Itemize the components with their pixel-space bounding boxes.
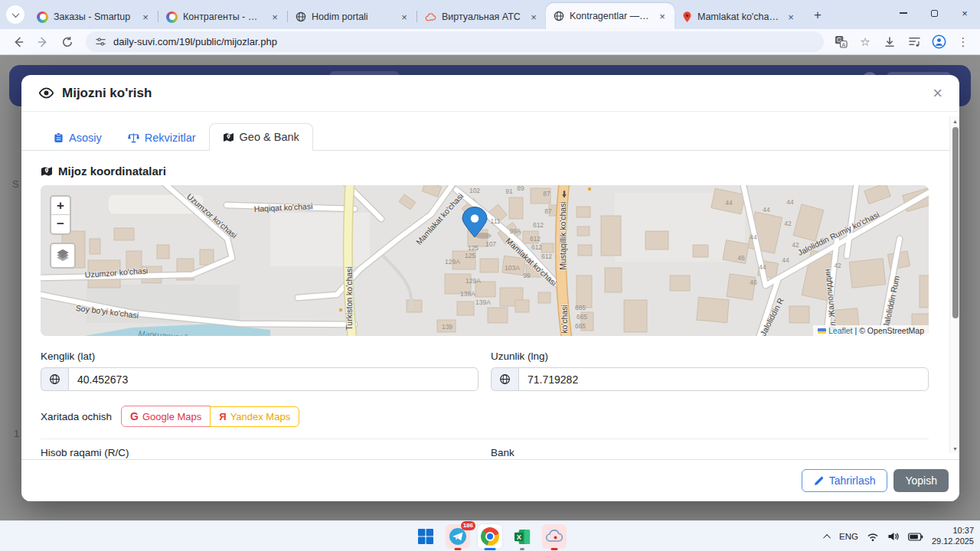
forward-icon [37,36,49,48]
browser-tab-2[interactable]: Контрагенты - Smartup × [158,5,287,29]
tab-search-button[interactable] [6,5,24,24]
lat-input-group [41,367,479,391]
media-controls-icon [908,36,921,47]
reload-button[interactable] [57,31,78,53]
coordinates-icon [41,166,53,177]
modal-body: Mijoz koordinatalari [21,151,959,461]
yandex-ya-icon: Я [219,411,226,422]
open-in-maps-row: Xaritada ochish G Google Maps Я Yandex M… [41,406,929,427]
osm-link[interactable]: © OpenStreetMap [859,326,924,335]
map[interactable]: Haqiqat ko'chasiUzumzor ko'chasiUzumzor … [41,185,929,336]
tab-close-icon[interactable]: × [656,10,668,22]
scrollbar-thumb[interactable] [952,127,959,318]
screen: Заказы - Smartup × Контрагенты - Smartup… [0,0,980,551]
browser-tab-4[interactable]: Виртуальная АТС × [417,5,546,29]
bank-label: Bank [491,447,929,458]
media-controls-button[interactable] [903,31,925,53]
browser-tab-6[interactable]: Mamlakat ko'chasi, 115 — × [675,5,803,29]
app-indicator [485,548,496,550]
wifi-icon[interactable] [867,531,879,542]
browser-tab-1[interactable]: Заказы - Smartup × [29,5,158,29]
section-title-text: Mijoz koordinatalari [58,165,166,178]
excel-app[interactable]: X [510,524,534,549]
app-indicator [520,548,524,550]
bookmark-button[interactable]: ☆ [854,31,876,53]
browser-menu-button[interactable]: ⋮ [952,31,974,53]
windows-start-icon [417,528,434,545]
layers-icon [55,248,70,263]
tab-close-icon[interactable]: × [139,11,152,23]
globe-favicon [296,11,306,22]
chrome-app[interactable] [478,524,502,549]
site-info-icon[interactable] [95,36,106,47]
smartup-favicon [166,11,178,23]
maximize-button[interactable] [919,0,949,26]
tab-close-icon[interactable]: × [785,11,797,23]
google-maps-label: Google Maps [142,411,201,422]
tab-close-icon[interactable]: × [528,11,540,23]
profile-avatar[interactable] [928,31,949,53]
forward-button[interactable] [32,31,54,53]
volume-icon[interactable] [887,531,900,542]
tray-time: 10:37 [932,526,974,536]
browser-tab-5-active[interactable]: Kontragentlar — stacked n × [546,3,675,29]
lng-input[interactable] [518,367,929,391]
tab-geo-bank-active[interactable]: Geo & Bank [209,123,313,151]
account-label: Hisob raqami (R/C) [41,447,479,458]
browser-tab-3[interactable]: Hodim portali × [288,5,416,29]
scroll-up-arrow[interactable]: ▲ [950,116,960,126]
modal-close-icon[interactable]: × [933,85,942,102]
tab-title: Kontragentlar — stacked n [570,11,651,21]
tab-rekvizitlar[interactable]: Rekvizitlar [115,125,209,151]
zoom-in-button[interactable]: + [51,197,70,215]
tab-close-icon[interactable]: × [269,11,281,23]
maximize-icon [931,10,938,17]
cloud-app[interactable] [542,524,567,549]
cloud-favicon [425,11,436,23]
lng-input-group [491,367,929,391]
lat-input[interactable] [68,367,479,391]
yandex-maps-button[interactable]: Я Yandex Maps [210,406,299,427]
scroll-down-arrow[interactable]: ▼ [950,444,960,453]
tab-title: Заказы - Smartup [54,11,134,22]
client-view-modal: Mijozni ko'rish × Asosiy Rekvizitlar Geo… [21,75,959,501]
section-title: Mijoz koordinatalari [41,165,929,178]
tab-label: Rekvizitlar [145,132,196,144]
leaflet-link[interactable]: Leaflet [828,326,853,335]
map-zoom-control: + − [50,195,71,235]
toolbar-actions: GA ☆ ⋮ [830,31,974,53]
notification-badge: 186 [461,521,475,530]
telegram-app[interactable]: 186 [446,524,470,549]
map-pin-favicon [682,11,692,23]
back-icon [12,36,24,48]
translate-button[interactable]: GA [830,31,851,53]
edit-button-label: Tahrirlash [829,474,876,487]
clock[interactable]: 10:37 29.12.2025 [932,526,974,547]
eye-icon [38,85,54,101]
minimize-button[interactable] [888,0,919,26]
google-maps-button[interactable]: G Google Maps [121,406,211,427]
tray-date: 29.12.2025 [932,536,974,547]
new-tab-button[interactable]: + [808,5,828,25]
battery-icon[interactable] [908,533,923,541]
modal-scrollbar[interactable]: ▲ ▼ [949,116,959,453]
back-button[interactable] [8,31,29,53]
close-button[interactable]: Yopish [893,469,949,492]
download-button[interactable] [879,31,900,53]
map-layers-control[interactable] [50,243,76,269]
close-window-button[interactable]: × [949,0,980,26]
tab-close-icon[interactable]: × [398,11,410,23]
globe-icon [41,367,68,391]
edit-button[interactable]: Tahrirlash [802,469,888,492]
system-tray: ENG 10:37 29.12.2025 [825,521,974,551]
tab-label: Geo & Bank [240,131,299,143]
start-button[interactable] [413,524,438,549]
attribution-separator: | [854,326,857,335]
tab-title: Mamlakat ko'chasi, 115 — [697,11,779,22]
zoom-out-button[interactable]: − [51,215,70,233]
app-indicator [455,548,462,550]
language-indicator[interactable]: ENG [839,532,858,541]
url-bar[interactable]: daily-suvi.com/19l/public/mijozlar.php [86,31,824,52]
tab-label: Asosiy [69,132,102,144]
tab-asosiy[interactable]: Asosiy [41,125,115,151]
